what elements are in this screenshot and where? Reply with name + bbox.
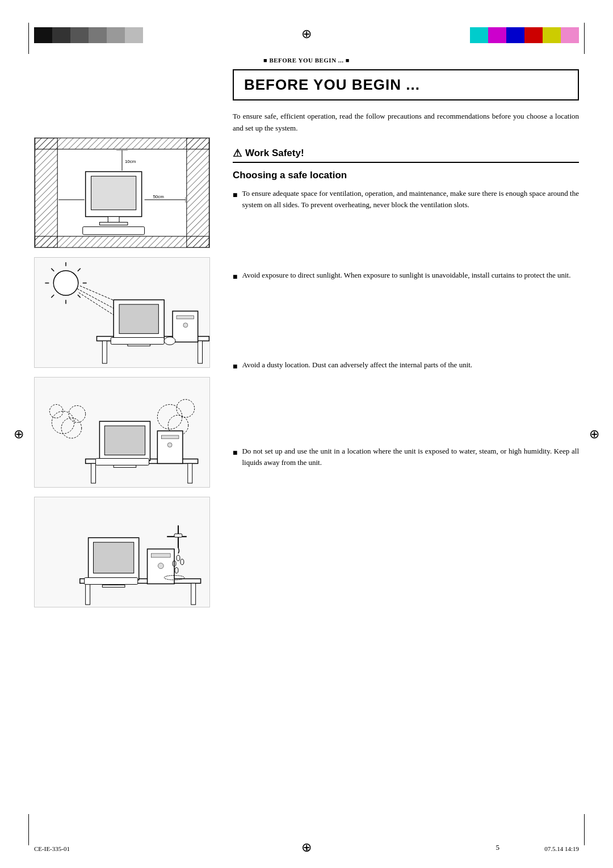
svg-rect-66 bbox=[85, 578, 138, 585]
bullet-text-3: Avoid a dusty location. Dust can adverse… bbox=[242, 359, 472, 373]
page-number: 5 bbox=[496, 843, 500, 852]
svg-rect-36 bbox=[111, 338, 164, 345]
page-title-box: BEFORE YOU BEGIN ... bbox=[233, 69, 579, 100]
bullet-icon-3: ■ bbox=[233, 360, 237, 373]
work-safety-heading: ⚠ Work Safety! bbox=[233, 147, 579, 163]
margin-line-right-bottom bbox=[584, 814, 585, 845]
color-bar-right bbox=[470, 27, 579, 43]
work-safety-label: Work Safety! bbox=[245, 148, 304, 159]
swatch-yellow bbox=[543, 27, 561, 43]
footer-code: CE-IE-335-01 bbox=[34, 845, 70, 852]
bullet-icon-2: ■ bbox=[233, 271, 237, 283]
svg-text:50cm: 50cm bbox=[153, 194, 164, 199]
bullet-item-4: ■ Do not set up and use the unit in a lo… bbox=[233, 446, 579, 468]
svg-point-58 bbox=[167, 443, 172, 447]
svg-rect-1 bbox=[187, 138, 209, 248]
svg-rect-55 bbox=[95, 459, 149, 466]
svg-point-40 bbox=[164, 337, 175, 345]
svg-point-39 bbox=[183, 323, 188, 328]
svg-rect-52 bbox=[104, 426, 145, 455]
svg-line-26 bbox=[77, 288, 114, 308]
swatch-red bbox=[524, 27, 543, 43]
svg-rect-33 bbox=[119, 304, 158, 333]
svg-rect-49 bbox=[91, 463, 96, 483]
main-layout: 10cm 50cm bbox=[34, 69, 579, 617]
swatch-dark-gray bbox=[52, 27, 70, 43]
reg-mark-left: ⊕ bbox=[14, 430, 23, 439]
swatch-magenta bbox=[488, 27, 506, 43]
svg-line-23 bbox=[78, 269, 81, 271]
illustration-ventilation: 10cm 50cm bbox=[34, 137, 210, 248]
svg-line-25 bbox=[78, 295, 81, 297]
bullet-icon-4: ■ bbox=[233, 447, 237, 468]
svg-point-43 bbox=[49, 405, 63, 418]
spacer-2 bbox=[233, 291, 579, 359]
swatch-blue bbox=[506, 27, 524, 43]
svg-rect-8 bbox=[99, 222, 127, 225]
swatch-lighter-gray bbox=[125, 27, 143, 43]
margin-line-right-top bbox=[584, 23, 585, 54]
header-section: BEFORE YOU BEGIN ... bbox=[34, 57, 579, 64]
svg-rect-54 bbox=[114, 465, 136, 467]
reg-mark-right: ⊕ bbox=[590, 430, 599, 439]
bullet-item-1: ■ To ensure adequate space for ventilati… bbox=[233, 188, 579, 211]
page-content: BEFORE YOU BEGIN ... bbox=[34, 57, 579, 823]
swatch-cyan bbox=[470, 27, 488, 43]
spacer-3 bbox=[233, 380, 579, 446]
svg-point-69 bbox=[158, 563, 163, 569]
footer-page-num: 5 bbox=[305, 845, 309, 852]
swatch-mid-gray bbox=[89, 27, 107, 43]
intro-text: To ensure safe, efficient operation, rea… bbox=[233, 111, 579, 135]
svg-point-75 bbox=[175, 568, 178, 573]
svg-point-17 bbox=[53, 271, 78, 296]
svg-rect-68 bbox=[151, 553, 170, 557]
sub-heading: Choosing a safe location bbox=[233, 170, 579, 181]
svg-line-28 bbox=[79, 292, 116, 317]
svg-point-45 bbox=[157, 405, 182, 430]
svg-rect-38 bbox=[177, 316, 194, 319]
bullet-text-1: To ensure adequate space for ventilation… bbox=[242, 188, 579, 211]
illustration-sunlight bbox=[34, 257, 210, 368]
svg-line-22 bbox=[51, 269, 54, 271]
bullet-icon-1: ■ bbox=[233, 189, 237, 211]
svg-line-24 bbox=[51, 295, 54, 297]
color-bar-left bbox=[34, 27, 143, 43]
svg-rect-50 bbox=[188, 463, 192, 483]
illustration-water bbox=[34, 497, 210, 607]
svg-point-46 bbox=[177, 400, 195, 418]
illustration-dust bbox=[34, 377, 210, 488]
svg-rect-9 bbox=[83, 227, 145, 234]
svg-rect-7 bbox=[108, 217, 119, 223]
svg-rect-57 bbox=[161, 435, 179, 439]
margin-line-left-top bbox=[28, 23, 29, 54]
svg-rect-0 bbox=[35, 138, 58, 248]
spacer-1 bbox=[233, 219, 579, 270]
swatch-pink bbox=[561, 27, 579, 43]
svg-point-74 bbox=[180, 559, 184, 565]
swatch-black bbox=[34, 27, 52, 43]
svg-rect-6 bbox=[91, 176, 136, 209]
svg-rect-2 bbox=[35, 138, 209, 149]
footer-date: 07.5.14 14:19 bbox=[544, 845, 579, 852]
right-column: BEFORE YOU BEGIN ... To ensure safe, eff… bbox=[233, 69, 579, 617]
svg-point-44 bbox=[61, 418, 82, 438]
bullet-item-2: ■ Avoid exposure to direct sunlight. Whe… bbox=[233, 270, 579, 283]
svg-rect-31 bbox=[198, 341, 203, 363]
svg-rect-76 bbox=[174, 534, 182, 537]
header-label: BEFORE YOU BEGIN ... bbox=[263, 57, 350, 64]
left-column: 10cm 50cm bbox=[34, 137, 216, 617]
reg-mark-top: ⊕ bbox=[302, 30, 311, 39]
swatch-gray bbox=[70, 27, 89, 43]
bullet-text-2: Avoid exposure to direct sunlight. When … bbox=[242, 270, 570, 283]
svg-rect-3 bbox=[35, 236, 209, 248]
svg-text:10cm: 10cm bbox=[125, 159, 136, 164]
swatch-light-gray bbox=[107, 27, 125, 43]
page-title: BEFORE YOU BEGIN ... bbox=[244, 76, 568, 94]
bullet-text-4: Do not set up and use the unit in a loca… bbox=[242, 446, 579, 468]
svg-rect-65 bbox=[102, 585, 125, 587]
svg-rect-60 bbox=[86, 583, 90, 605]
bullet-item-3: ■ Avoid a dusty location. Dust can adver… bbox=[233, 359, 579, 373]
svg-rect-63 bbox=[94, 542, 134, 573]
svg-rect-61 bbox=[191, 583, 196, 605]
margin-line-left-bottom bbox=[28, 814, 29, 845]
